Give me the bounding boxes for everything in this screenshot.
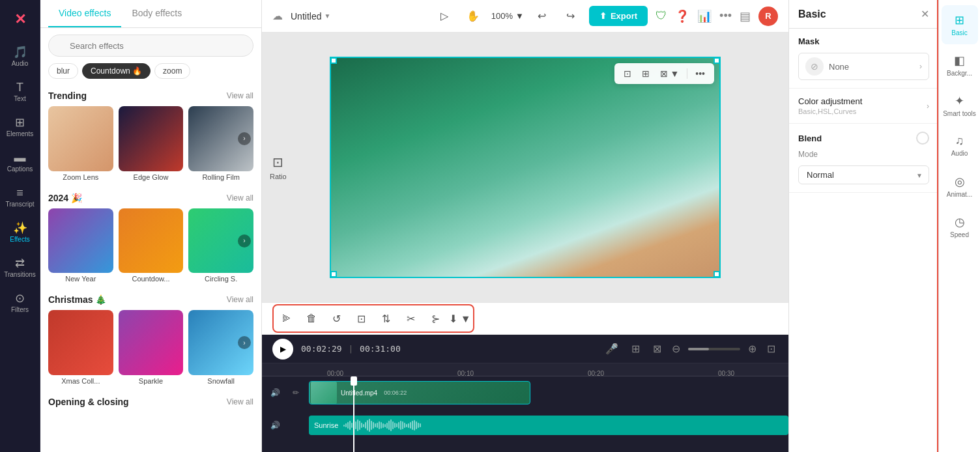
sidebar-item-effects[interactable]: ✨ Effects — [3, 215, 38, 250]
adjust-btn[interactable]: ⊱ — [424, 307, 447, 330]
effect-item-sparkle[interactable]: Sparkle — [119, 310, 184, 385]
effect-item-edge-glow[interactable]: Edge Glow — [119, 106, 184, 181]
view-all-trending[interactable]: View all — [227, 91, 253, 100]
mask-row[interactable]: ⊘ None › — [798, 53, 929, 80]
zoom-in-btn[interactable]: ⊕ — [748, 343, 757, 355]
waveform-bar — [343, 425, 345, 427]
loop-tool-btn[interactable]: ↺ — [324, 307, 348, 330]
ratio-label: Ratio — [270, 173, 287, 180]
section-arrow[interactable]: › — [238, 336, 251, 349]
redo-btn[interactable]: ↪ — [560, 6, 581, 27]
audio-clip[interactable]: Sunrise — [309, 416, 788, 435]
cloud-icon: ☁ — [272, 10, 283, 22]
play-button[interactable]: ▶ — [272, 339, 293, 360]
corner-handle-br[interactable] — [713, 271, 720, 277]
effect-item-xmas-coll[interactable]: Xmas Coll... — [48, 310, 113, 385]
view-all-opening-closing[interactable]: View all — [227, 397, 253, 406]
blend-toggle[interactable] — [916, 132, 929, 145]
canvas-toolbar: ⊡ ⊞ ⊠ ▼ ••• — [614, 63, 714, 84]
mask-section: Mask ⊘ None › — [789, 29, 938, 89]
effect-item-new-year[interactable]: New Year — [48, 208, 113, 283]
user-avatar[interactable]: R — [758, 7, 778, 26]
zoom-out-btn[interactable]: ⊖ — [672, 343, 680, 355]
video-clip[interactable]: Untitled.mp4 00:06:22 — [309, 381, 530, 404]
sidebar-item-transitions[interactable]: ⇄ Transitions — [3, 250, 38, 285]
sidebar-item-audio[interactable]: 🎵 Audio — [3, 39, 38, 74]
ratio-button[interactable]: ⊡ Ratio — [270, 154, 287, 180]
canvas-tool-more[interactable]: ••• — [691, 66, 709, 81]
view-all-christmas[interactable]: View all — [227, 295, 253, 304]
tab-body-effects[interactable]: Body effects — [121, 0, 192, 27]
section-title-2024: 2024 🎉 — [48, 193, 82, 203]
corner-handle-tl[interactable] — [330, 57, 337, 64]
right-sidebar-item-audio-r[interactable]: ♫ Audio — [942, 126, 978, 165]
canvas-tool-multi[interactable]: ⊠ ▼ — [656, 66, 684, 81]
help-icon[interactable]: ❓ — [675, 9, 689, 23]
playhead[interactable] — [353, 376, 354, 452]
effect-thumb-snowfall: › — [188, 310, 253, 375]
sidebar-item-filters[interactable]: ⊙ Filters — [3, 285, 38, 320]
timeline-ruler: 00:00 00:10 00:20 00:30 — [262, 363, 788, 376]
corner-handle-bl[interactable] — [330, 271, 337, 277]
crop-tool-btn[interactable]: ⊡ — [349, 307, 373, 330]
project-title[interactable]: Untitled ▼ — [291, 11, 330, 21]
ellipsis-icon[interactable]: ••• — [719, 9, 732, 23]
zoom-slider[interactable] — [688, 348, 740, 350]
align-icon[interactable]: ⊠ — [650, 340, 664, 358]
canvas-tool-grid[interactable]: ⊞ — [638, 66, 654, 81]
sidebar-item-captions[interactable]: ▬ Captions — [3, 145, 38, 180]
mode-label: Mode — [798, 150, 929, 159]
layout-icon[interactable]: ▤ — [740, 9, 751, 23]
sidebar-item-transcript[interactable]: ≡ Transcript — [3, 180, 38, 215]
mic-icon[interactable]: 🎤 — [603, 340, 621, 358]
search-input[interactable] — [48, 35, 253, 57]
filter-tags: blurCountdown 🔥zoom — [40, 63, 261, 84]
sidebar-item-text[interactable]: T Text — [3, 74, 38, 109]
right-sidebar-item-basic[interactable]: ⊞ Basic — [942, 5, 978, 44]
right-sidebar-item-speed[interactable]: ◷ Speed — [942, 207, 978, 246]
effect-item-circling-s[interactable]: › Circling S. — [188, 208, 253, 283]
split-icon[interactable]: ⊞ — [629, 340, 642, 358]
waveform-bar — [398, 422, 399, 429]
panel-header: Basic ✕ — [789, 0, 938, 29]
blend-mode-select[interactable]: Normal Multiply Screen Overlay Darken Li… — [798, 165, 929, 184]
view-all-2024[interactable]: View all — [227, 193, 253, 203]
split-tool-btn[interactable]: ⫸ — [275, 307, 298, 330]
download-btn[interactable]: ⬇ ▼ — [448, 307, 472, 330]
flip-tool-btn[interactable]: ⇅ — [374, 307, 397, 330]
panel-close-btn[interactable]: ✕ — [921, 8, 929, 20]
delete-tool-btn[interactable]: 🗑 — [300, 307, 323, 330]
section-arrow[interactable]: › — [238, 132, 251, 145]
right-sidebar-item-animate[interactable]: ◎ Animat... — [942, 167, 978, 206]
right-sidebar-item-smart-tools[interactable]: ✦ Smart tools — [942, 86, 978, 125]
effect-grid-2024: New Year Countdow... › Circling S. — [48, 208, 253, 283]
current-time-display: 00:02:29 | 00:31:00 — [301, 344, 401, 354]
effect-item-countdown[interactable]: Countdow... — [119, 208, 184, 283]
effect-item-rolling-film[interactable]: › Rolling Film — [188, 106, 253, 181]
effect-item-zoom-lens[interactable]: Zoom Lens — [48, 106, 113, 181]
section-arrow[interactable]: › — [238, 234, 251, 247]
color-adj-section: Color adjustment Basic,HSL,Curves › — [789, 89, 938, 124]
filter-tag-blur[interactable]: blur — [48, 63, 78, 79]
fullscreen-icon[interactable]: ⊡ — [764, 340, 778, 358]
basic-right-icon: ⊞ — [955, 13, 964, 27]
undo-btn[interactable]: ↩ — [532, 6, 553, 27]
tab-video-effects[interactable]: Video effects — [48, 0, 121, 27]
auto-cut-btn[interactable]: ✂ — [399, 307, 422, 330]
edit-clip-icon[interactable]: ✏ — [288, 388, 304, 397]
filter-tag-countdown[interactable]: Countdown 🔥 — [82, 63, 151, 79]
sidebar-item-elements[interactable]: ⊞ Elements — [3, 109, 38, 145]
export-button[interactable]: ⬆ Export — [589, 6, 648, 26]
volume-icon: 🔊 — [267, 388, 283, 397]
more-menu-icon[interactable]: 📊 — [697, 9, 712, 23]
hand-tool-btn[interactable]: ✋ — [463, 6, 483, 27]
effect-item-snowfall[interactable]: › Snowfall — [188, 310, 253, 385]
corner-handle-tr[interactable] — [713, 57, 720, 64]
playhead-handle[interactable] — [351, 376, 357, 386]
pointer-tool-btn[interactable]: ▷ — [434, 6, 455, 27]
filter-tag-zoom[interactable]: zoom — [154, 63, 190, 79]
color-adj-row[interactable]: Color adjustment Basic,HSL,Curves › — [798, 96, 929, 115]
right-sidebar-item-background[interactable]: ◧ Backgr... — [942, 46, 978, 85]
canvas-tool-expand[interactable]: ⊡ — [620, 66, 635, 81]
zoom-control[interactable]: 100% ▼ — [491, 11, 524, 21]
